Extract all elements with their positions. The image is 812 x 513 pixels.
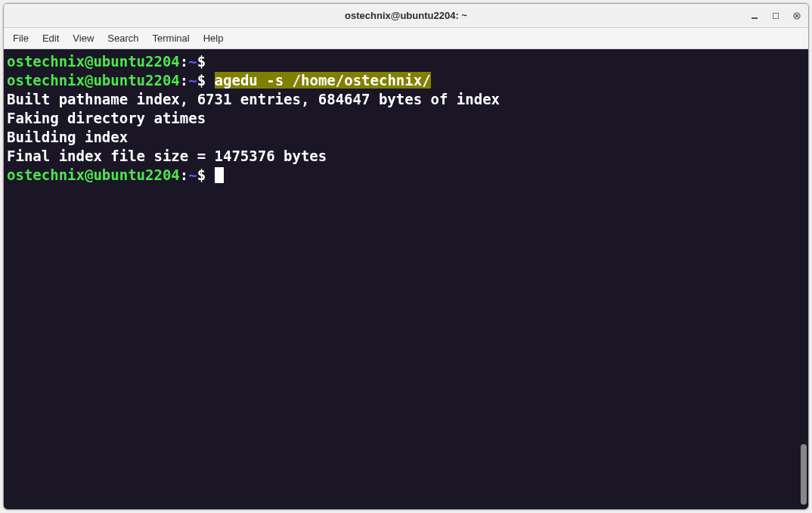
close-button[interactable] bbox=[792, 11, 802, 21]
titlebar: ostechnix@ubuntu2204: ~ bbox=[4, 4, 808, 28]
menu-terminal[interactable]: Terminal bbox=[153, 33, 190, 44]
prompt-space bbox=[206, 72, 214, 89]
prompt-colon: : bbox=[180, 166, 188, 183]
terminal-output-line: Faking directory atimes bbox=[7, 109, 805, 128]
menu-search[interactable]: Search bbox=[107, 33, 138, 44]
prompt-host: ubuntu2204 bbox=[93, 166, 179, 183]
terminal-output-line: Building index bbox=[7, 128, 805, 147]
maximize-button[interactable] bbox=[770, 11, 781, 21]
menu-help[interactable]: Help bbox=[203, 33, 224, 44]
prompt-colon: : bbox=[180, 53, 188, 70]
menubar: File Edit View Search Terminal Help bbox=[4, 28, 808, 49]
command-text: agedu -s /home/ostechnix/ bbox=[215, 72, 431, 89]
prompt-at: @ bbox=[85, 166, 93, 183]
cursor-block bbox=[215, 167, 224, 183]
terminal-output-line: Built pathname index, 6731 entries, 6846… bbox=[7, 90, 805, 109]
prompt-dollar: $ bbox=[197, 72, 206, 89]
prompt-dollar: $ bbox=[197, 166, 206, 183]
terminal-window: ostechnix@ubuntu2204: ~ File Edit View S… bbox=[3, 3, 809, 510]
window-title: ostechnix@ubuntu2204: ~ bbox=[345, 10, 467, 21]
terminal-line-prompt-empty: ostechnix@ubuntu2204:~$ bbox=[7, 52, 805, 71]
prompt-colon: : bbox=[180, 72, 188, 89]
prompt-space bbox=[206, 53, 214, 70]
terminal-area[interactable]: ostechnix@ubuntu2204:~$ ostechnix@ubuntu… bbox=[4, 49, 808, 509]
menu-view[interactable]: View bbox=[73, 33, 94, 44]
svg-rect-1 bbox=[773, 13, 779, 19]
terminal-content[interactable]: ostechnix@ubuntu2204:~$ ostechnix@ubuntu… bbox=[4, 49, 808, 185]
menu-edit[interactable]: Edit bbox=[42, 33, 59, 44]
prompt-user: ostechnix bbox=[7, 72, 85, 89]
prompt-path: ~ bbox=[188, 166, 197, 183]
terminal-line-prompt-cursor: ostechnix@ubuntu2204:~$ bbox=[7, 166, 805, 185]
terminal-line-command: ostechnix@ubuntu2204:~$ agedu -s /home/o… bbox=[7, 71, 805, 90]
svg-rect-0 bbox=[752, 17, 758, 19]
prompt-user: ostechnix bbox=[7, 53, 85, 70]
menu-file[interactable]: File bbox=[13, 33, 29, 44]
prompt-at: @ bbox=[85, 72, 93, 89]
prompt-at: @ bbox=[85, 53, 93, 70]
scrollbar[interactable] bbox=[799, 49, 808, 509]
prompt-dollar: $ bbox=[197, 53, 206, 70]
prompt-user: ostechnix bbox=[7, 166, 85, 183]
terminal-output-line: Final index file size = 1475376 bytes bbox=[7, 147, 805, 166]
prompt-host: ubuntu2204 bbox=[93, 72, 179, 89]
window-controls bbox=[749, 11, 802, 21]
scrollbar-thumb[interactable] bbox=[801, 444, 807, 505]
prompt-path: ~ bbox=[188, 72, 197, 89]
prompt-space bbox=[206, 166, 214, 183]
minimize-button[interactable] bbox=[749, 11, 760, 21]
prompt-path: ~ bbox=[188, 53, 197, 70]
prompt-host: ubuntu2204 bbox=[93, 53, 179, 70]
